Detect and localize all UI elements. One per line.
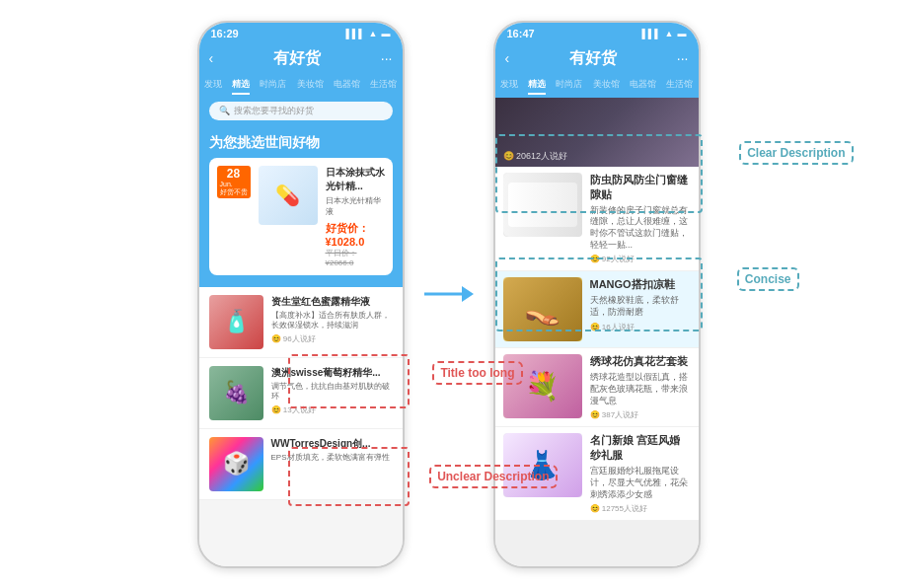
grid-thumb-2: 👡 xyxy=(503,277,582,341)
featured-product-sub: 日本水光针精华液 xyxy=(326,195,385,217)
grid-likes-3: 😊 387人说好 xyxy=(590,409,691,420)
wifi-icon: ▲ xyxy=(665,29,674,38)
right-product-grid: 防虫防风防尘门窗缝隙贴 新装修的房子门窗就总有缝隙，总让人很难缠，这时你不管试这… xyxy=(495,167,699,566)
right-tab-electronics[interactable]: 电器馆 xyxy=(630,76,656,95)
annotation-clear-description: Clear Description xyxy=(739,141,853,165)
grid-thumb-4: 👗 xyxy=(503,433,582,497)
right-tab-selected[interactable]: 精选 xyxy=(528,76,546,95)
product-details-3: WWTorresDesign创... EPS材质填充，柔软饱满富有弹性 xyxy=(271,437,393,491)
product-details-2: 澳洲swisse葡萄籽精华... 调节气色，抗抗自由基对肌肤的破环 😊 13人说… xyxy=(271,366,393,420)
grid-details-4: 名门新娘 宫廷风婚纱礼服 宫廷服婚纱礼服拖尾设计，尽显大气优雅，花朵刺绣添添少女… xyxy=(590,433,691,514)
right-more-icon[interactable]: ··· xyxy=(677,50,689,66)
product-desc-3: EPS材质填充，柔软饱满富有弹性 xyxy=(271,453,393,463)
tab-life[interactable]: 生活馆 xyxy=(370,76,397,95)
product-desc-1: 【高度补水】适合所有肤质人群，长效保湿锁水，持续滋润 xyxy=(271,311,393,331)
featured-product-image: 💊 xyxy=(259,166,318,225)
right-nav-title: 有好货 xyxy=(569,48,617,69)
right-tab-life[interactable]: 生活馆 xyxy=(666,76,693,95)
grid-item-3[interactable]: 💐 绣球花仿真花艺套装 绣球花造型以假乱真，搭配灰色玻璃花瓶，带来浪漫气息 😊 … xyxy=(495,348,699,427)
wifi-icon: ▲ xyxy=(369,29,378,38)
right-status-bar: 16:47 ▌▌▌ ▲ ▬ xyxy=(495,23,699,44)
search-icon: 🔍 xyxy=(219,106,230,115)
product-thumb-1: 🧴 xyxy=(209,295,263,349)
featured-product-price: 好货价： ¥1028.0 xyxy=(326,221,385,248)
tab-fashion[interactable]: 时尚店 xyxy=(260,76,286,95)
annotation-concise: Concise xyxy=(737,267,799,291)
left-nav-title: 有好货 xyxy=(273,48,321,69)
tab-beauty[interactable]: 美妆馆 xyxy=(297,76,324,95)
right-back-icon[interactable]: ‹ xyxy=(505,50,510,66)
price-label: 好货价： xyxy=(326,222,369,234)
arrow-right-shape xyxy=(424,279,474,309)
left-phone: 16:29 ▌▌▌ ▲ ▬ ‹ 有好货 ··· 发现 精选 时尚店 美妆馆 电器… xyxy=(197,21,405,568)
featured-original-price: 平日价：¥2066.0 xyxy=(326,248,385,267)
grid-thumb-3: 💐 xyxy=(503,354,582,418)
right-nav-bar: ‹ 有好货 ··· xyxy=(495,44,699,73)
grid-details-2: MANGO搭扣凉鞋 天然橡胶鞋底，柔软舒适，防滑耐磨 😊 16人说好 xyxy=(590,277,691,341)
product-likes-1: 😊 96人说好 xyxy=(271,333,393,344)
grid-item-2[interactable]: 👡 MANGO搭扣凉鞋 天然橡胶鞋底，柔软舒适，防滑耐磨 😊 16人说好 xyxy=(495,271,699,348)
signal-icon: ▌▌▌ xyxy=(345,29,364,38)
left-search-input[interactable]: 🔍 搜索您要寻找的好货 xyxy=(209,102,393,120)
phones-comparison: 16:29 ▌▌▌ ▲ ▬ ‹ 有好货 ··· 发现 精选 时尚店 美妆馆 电器… xyxy=(197,21,701,568)
grid-thumb-1 xyxy=(503,173,582,237)
product-item-2[interactable]: 🍇 澳洲swisse葡萄籽精华... 调节气色，抗抗自由基对肌肤的破环 😊 13… xyxy=(199,358,403,429)
featured-product-info: 日本涂抹式水光针精... 日本水光针精华液 好货价： ¥1028.0 平日价：¥… xyxy=(326,166,385,267)
product-item-1[interactable]: 🧴 资生堂红色蜜露精华液 【高度补水】适合所有肤质人群，长效保湿锁水，持续滋润 … xyxy=(199,287,403,358)
badge-day: 28 xyxy=(220,167,248,181)
left-back-icon[interactable]: ‹ xyxy=(209,50,214,66)
left-phone-wrapper: 16:29 ▌▌▌ ▲ ▬ ‹ 有好货 ··· 发现 精选 时尚店 美妆馆 电器… xyxy=(197,21,405,568)
battery-icon: ▬ xyxy=(382,29,391,38)
left-product-list: 🧴 资生堂红色蜜露精华液 【高度补水】适合所有肤质人群，长效保湿锁水，持续滋润 … xyxy=(199,287,403,566)
left-nav-bar: ‹ 有好货 ··· xyxy=(199,44,403,73)
grid-desc-4: 宫廷服婚纱礼服拖尾设计，尽显大气优雅，花朵刺绣添添少女感 xyxy=(590,466,691,500)
left-search-bar: 🔍 搜索您要寻找的好货 xyxy=(199,98,403,126)
grid-likes-1: 😊 92人说好 xyxy=(590,254,691,264)
left-status-bar: 16:29 ▌▌▌ ▲ ▬ xyxy=(199,23,403,44)
hero-section: 为您挑选世间好物 28 Jun. 好货不贵 💊 日本涂抹式水光针精... 日本水… xyxy=(199,126,403,287)
featured-badge: 28 Jun. 好货不贵 xyxy=(217,166,251,198)
direction-arrow xyxy=(424,279,474,309)
grid-likes-2: 😊 16人说好 xyxy=(590,322,691,332)
price-value: ¥1028.0 xyxy=(326,236,365,248)
grid-desc-1: 新装修的房子门窗就总有缝隙，总让人很难缠，这时你不管试这款门缝贴，轻轻一贴... xyxy=(590,205,691,252)
product-details-1: 资生堂红色蜜露精华液 【高度补水】适合所有肤质人群，长效保湿锁水，持续滋润 😊 … xyxy=(271,295,393,349)
product-desc-2: 调节气色，抗抗自由基对肌肤的破环 xyxy=(271,382,393,403)
featured-card[interactable]: 28 Jun. 好货不贵 💊 日本涂抹式水光针精... 日本水光针精华液 好货价… xyxy=(209,158,393,275)
grid-title-3: 绣球花仿真花艺套装 xyxy=(590,354,691,369)
badge-month: Jun. xyxy=(220,181,248,187)
right-tab-fashion[interactable]: 时尚店 xyxy=(556,76,582,95)
left-status-time: 16:29 xyxy=(211,28,239,39)
tab-selected[interactable]: 精选 xyxy=(232,76,250,95)
right-status-icons: ▌▌▌ ▲ ▬ xyxy=(641,29,686,38)
grid-title-4: 名门新娘 宫廷风婚纱礼服 xyxy=(590,433,691,463)
grid-likes-4: 😊 12755人说好 xyxy=(590,503,691,514)
tab-discover[interactable]: 发现 xyxy=(204,76,222,95)
hero-title: 为您挑选世间好物 xyxy=(209,134,393,152)
grid-details-1: 防虫防风防尘门窗缝隙贴 新装修的房子门窗就总有缝隙，总让人很难缠，这时你不管试这… xyxy=(590,173,691,265)
right-phone: 16:47 ▌▌▌ ▲ ▬ ‹ 有好货 ··· 发现 精选 时尚店 美妆馆 电器… xyxy=(493,21,701,568)
right-phone-wrapper: 16:47 ▌▌▌ ▲ ▬ ‹ 有好货 ··· 发现 精选 时尚店 美妆馆 电器… xyxy=(493,21,701,568)
grid-details-3: 绣球花仿真花艺套装 绣球花造型以假乱真，搭配灰色玻璃花瓶，带来浪漫气息 😊 38… xyxy=(590,354,691,420)
badge-label: 好货不贵 xyxy=(220,187,248,197)
right-tab-bar: 发现 精选 时尚店 美妆馆 电器馆 生活馆 xyxy=(495,73,699,98)
left-status-icons: ▌▌▌ ▲ ▬ xyxy=(345,29,390,38)
grid-item-1[interactable]: 防虫防风防尘门窗缝隙贴 新装修的房子门窗就总有缝隙，总让人很难缠，这时你不管试这… xyxy=(495,167,699,272)
left-more-icon[interactable]: ··· xyxy=(381,50,393,66)
search-placeholder: 搜索您要寻找的好货 xyxy=(234,105,314,117)
product-likes-2: 😊 13人说好 xyxy=(271,404,393,415)
top-image-likes: 😊 20612人说好 xyxy=(503,150,568,163)
right-tab-beauty[interactable]: 美妆馆 xyxy=(593,76,620,95)
grid-desc-2: 天然橡胶鞋底，柔软舒适，防滑耐磨 xyxy=(590,295,691,318)
right-tab-discover[interactable]: 发现 xyxy=(500,76,518,95)
grid-title-2: MANGO搭扣凉鞋 xyxy=(590,277,691,292)
grid-desc-3: 绣球花造型以假乱真，搭配灰色玻璃花瓶，带来浪漫气息 xyxy=(590,372,691,406)
left-tab-bar: 发现 精选 时尚店 美妆馆 电器馆 生活馆 xyxy=(199,73,403,98)
product-name-1: 资生堂红色蜜露精华液 xyxy=(271,295,393,309)
product-thumb-2: 🍇 xyxy=(209,366,263,420)
tab-electronics[interactable]: 电器馆 xyxy=(334,76,360,95)
grid-item-4[interactable]: 👗 名门新娘 宫廷风婚纱礼服 宫廷服婚纱礼服拖尾设计，尽显大气优雅，花朵刺绣添添… xyxy=(495,427,699,521)
product-item-3[interactable]: 🎲 WWTorresDesign创... EPS材质填充，柔软饱满富有弹性 xyxy=(199,429,403,500)
top-image-bg: 😊 20612人说好 xyxy=(495,98,699,167)
grid-title-1: 防虫防风防尘门窗缝隙贴 xyxy=(590,173,691,202)
